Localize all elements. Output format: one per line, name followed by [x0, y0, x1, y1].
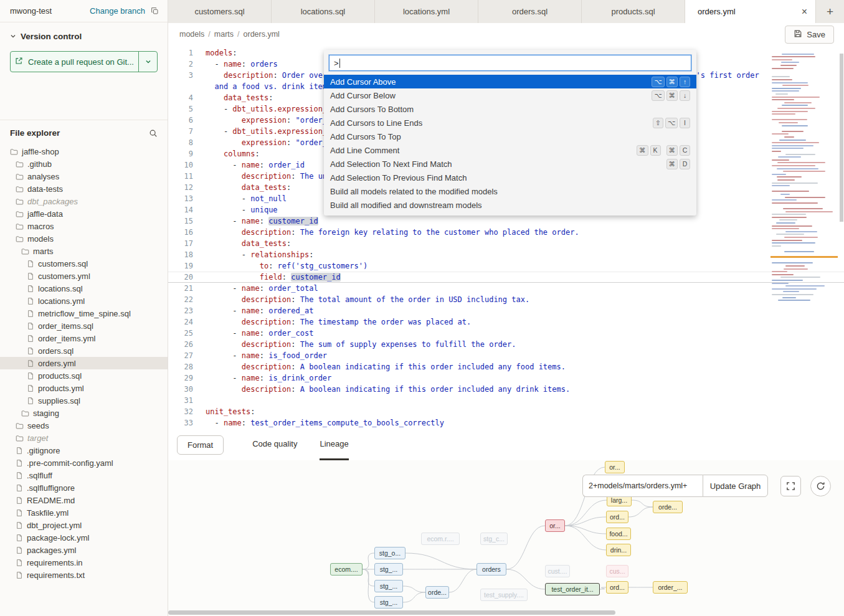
tree-item-products.sql[interactable]: products.sql: [0, 369, 168, 382]
palette-item[interactable]: Add Cursors to Line Ends⇧⌥I: [324, 116, 696, 130]
tree-item-staging[interactable]: staging: [0, 407, 168, 419]
tree-item-customers.yml[interactable]: customers.yml: [0, 270, 168, 282]
lineage-node-ecom[interactable]: ecom....: [330, 563, 363, 576]
lineage-node-testo[interactable]: test_order_it...: [545, 583, 600, 595]
lineage-node-orde_y[interactable]: orde...: [653, 501, 683, 513]
lineage-horizontal-scrollbar[interactable]: [168, 610, 615, 615]
tree-item-package-lock.yml[interactable]: package-lock.yml: [0, 531, 168, 544]
code-line[interactable]: 23 - name: ordered_at: [168, 305, 844, 316]
lineage-node-stg4[interactable]: stg_...: [374, 596, 403, 609]
lineage-node-orders[interactable]: orders: [477, 563, 506, 576]
version-control-header[interactable]: Version control: [10, 32, 158, 41]
code-line[interactable]: 32unit_tests:: [168, 406, 844, 417]
tree-item-macros[interactable]: macros: [0, 220, 168, 232]
code-line[interactable]: 25 - name: order_cost: [168, 328, 844, 339]
command-palette-input[interactable]: >: [329, 55, 691, 71]
tab-orders.yml[interactable]: orders.yml×: [685, 0, 816, 23]
lineage-node-ord1[interactable]: ord...: [606, 511, 628, 523]
tab-locations.sql[interactable]: locations.sql: [272, 0, 375, 23]
lineage-node-stg1[interactable]: stg_o...: [374, 547, 405, 559]
tree-item-locations.sql[interactable]: locations.sql: [0, 282, 168, 295]
tree-item-dbt_packages[interactable]: dbt_packages: [0, 195, 168, 207]
tab-customers.sql[interactable]: customers.sql: [168, 0, 272, 23]
code-line[interactable]: 27 - name: is_food_order: [168, 350, 844, 361]
tree-item-jaffle-data[interactable]: jaffle-data: [0, 207, 168, 220]
tree-item-target[interactable]: target: [0, 432, 168, 444]
bottom-tab-code-quality[interactable]: Code quality: [252, 429, 297, 460]
create-pull-request-main[interactable]: Create a pull request on Git...: [11, 52, 138, 72]
code-line[interactable]: 29 - name: is_drink_order: [168, 372, 844, 384]
lineage-node-or1[interactable]: or...: [605, 461, 625, 473]
palette-item[interactable]: Add Line Comment⌘K⌘C: [324, 143, 696, 157]
minimap[interactable]: [771, 50, 838, 312]
tree-item-.gitignore[interactable]: .gitignore: [0, 444, 168, 457]
tree-item-Taskfile.yml[interactable]: Taskfile.yml: [0, 506, 168, 519]
save-button[interactable]: Save: [785, 26, 834, 44]
close-tab-icon[interactable]: ×: [802, 7, 807, 17]
code-line[interactable]: 26 description: The sum of supply expens…: [168, 339, 844, 350]
tree-item-requirements.in[interactable]: requirements.in: [0, 556, 168, 569]
editor-vertical-scrollbar[interactable]: [840, 54, 843, 222]
code-line[interactable]: 28 description: A boolean indicating if …: [168, 361, 844, 372]
tree-item-.sqlfluff[interactable]: .sqlfluff: [0, 469, 168, 481]
palette-item[interactable]: Add Cursors To Top: [324, 130, 696, 143]
lineage-node-tests[interactable]: test_supply....: [480, 589, 528, 601]
palette-item[interactable]: Add Selection To Previous Find Match: [324, 171, 696, 184]
lineage-node-or_red[interactable]: or...: [545, 519, 565, 532]
lineage-node-food[interactable]: food...: [606, 528, 631, 540]
code-line[interactable]: 33 - name: test_order_items_compute_to_b…: [168, 417, 844, 429]
tab-products.sql[interactable]: products.sql: [582, 0, 685, 23]
tree-item-supplies.sql[interactable]: supplies.sql: [0, 394, 168, 407]
lineage-node-cusp[interactable]: cus...: [606, 565, 628, 577]
code-line[interactable]: 30 description: A boolean indicating if …: [168, 384, 844, 395]
bottom-tab-lineage[interactable]: Lineage: [320, 429, 348, 460]
tree-item-.github[interactable]: .github: [0, 158, 168, 170]
palette-item[interactable]: Add Cursor Below⌥⌘↓: [324, 88, 696, 102]
tree-item-requirements.txt[interactable]: requirements.txt: [0, 569, 168, 581]
tree-item-.pre-commit-config.yaml[interactable]: .pre-commit-config.yaml: [0, 457, 168, 469]
tree-item-jaffle-shop[interactable]: jaffle-shop: [0, 145, 168, 158]
format-button[interactable]: Format: [177, 435, 224, 455]
code-line[interactable]: 17 data_tests:: [168, 238, 844, 249]
copy-branch-icon[interactable]: [151, 7, 159, 15]
tree-item-README.md[interactable]: README.md: [0, 494, 168, 506]
tab-orders.sql[interactable]: orders.sql: [478, 0, 582, 23]
lineage-node-stg2[interactable]: stg_...: [374, 563, 403, 576]
code-line[interactable]: 31: [168, 395, 844, 406]
palette-item[interactable]: Add Cursor Above⌥⌘↑: [324, 75, 696, 88]
code-line[interactable]: 21 - name: order_total: [168, 283, 844, 294]
tree-item-analyses[interactable]: analyses: [0, 170, 168, 182]
lineage-node-stg3[interactable]: stg_...: [374, 580, 403, 592]
code-line[interactable]: 15 - name: customer_id: [168, 216, 844, 227]
lineage-node-drin[interactable]: drin...: [606, 544, 631, 556]
tree-item-models[interactable]: models: [0, 232, 168, 245]
code-line[interactable]: 22 description: The total amount of the …: [168, 294, 844, 305]
tree-item-.sqlfluffignore[interactable]: .sqlfluffignore: [0, 481, 168, 494]
tree-item-orders.sql[interactable]: orders.sql: [0, 344, 168, 357]
lineage-node-orde_b[interactable]: orde...: [425, 586, 449, 599]
code-line[interactable]: 24 description: The timestamp the order …: [168, 316, 844, 328]
tree-item-metricflow_time_spine.sql[interactable]: metricflow_time_spine.sql: [0, 307, 168, 320]
tree-item-dbt_project.yml[interactable]: dbt_project.yml: [0, 519, 168, 531]
new-tab-button[interactable]: +: [816, 0, 844, 23]
tree-item-orders.yml[interactable]: orders.yml: [0, 357, 168, 369]
create-pull-request-button[interactable]: Create a pull request on Git...: [10, 51, 158, 72]
tree-item-marts[interactable]: marts: [0, 245, 168, 257]
tree-item-seeds[interactable]: seeds: [0, 419, 168, 432]
tree-item-order_items.yml[interactable]: order_items.yml: [0, 332, 168, 344]
tree-item-data-tests[interactable]: data-tests: [0, 182, 168, 195]
code-line[interactable]: 20 field: customer_id: [168, 272, 844, 283]
update-graph-button[interactable]: Update Graph: [703, 475, 768, 497]
code-line[interactable]: 19 to: ref('stg_customers'): [168, 260, 844, 272]
tree-item-customers.sql[interactable]: customers.sql: [0, 257, 168, 270]
change-branch-link[interactable]: Change branch: [90, 6, 145, 16]
palette-item[interactable]: Build all modified and downstream models: [324, 198, 696, 212]
tree-item-locations.yml[interactable]: locations.yml: [0, 295, 168, 307]
palette-item[interactable]: Build all models related to the modified…: [324, 184, 696, 198]
code-line[interactable]: 18 - relationships:: [168, 249, 844, 260]
palette-item[interactable]: Add Selection To Next Find Match⌘D: [324, 157, 696, 171]
lineage-node-ecomr[interactable]: ecom.r....: [421, 533, 460, 545]
lineage-node-cust[interactable]: cust....: [545, 565, 570, 577]
tree-item-products.yml[interactable]: products.yml: [0, 382, 168, 394]
palette-item[interactable]: Add Cursors To Bottom: [324, 102, 696, 116]
